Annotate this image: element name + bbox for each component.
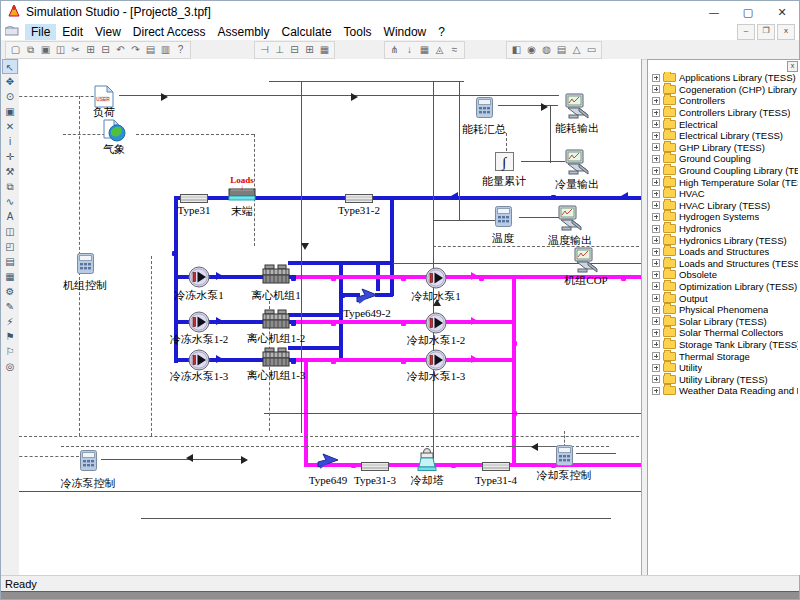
plotter-icon[interactable] — [556, 205, 584, 235]
expand-icon[interactable] — [652, 329, 660, 337]
library-tree-item[interactable]: Loads and Structures — [650, 246, 798, 258]
library-tree-item[interactable]: Physical Phenomena — [650, 304, 798, 316]
library-tree-item[interactable]: Thermal Storage — [650, 350, 798, 362]
expand-icon[interactable] — [652, 352, 660, 360]
library-tree-item[interactable]: Electrical — [650, 118, 798, 130]
expand-icon[interactable] — [652, 190, 660, 198]
target-icon[interactable]: ◉ — [524, 43, 539, 57]
expand-icon[interactable] — [652, 74, 660, 82]
close-button[interactable]: ✕ — [765, 1, 799, 23]
expand-icon[interactable] — [652, 167, 660, 175]
arrow-down-icon[interactable]: ↓ — [402, 43, 417, 57]
expand-icon[interactable] — [652, 259, 660, 267]
library-tree-item[interactable]: Storage Tank Library (TESS) — [650, 339, 798, 351]
library-tree-item[interactable]: Electrical Library (TESS) — [650, 130, 798, 142]
calculator-icon[interactable] — [476, 97, 493, 121]
expand-icon[interactable] — [652, 155, 660, 163]
integrator-icon[interactable]: ∫ — [495, 152, 514, 174]
expand-icon[interactable] — [652, 225, 660, 233]
library-tree-item[interactable]: Solar Thermal Collectors — [650, 327, 798, 339]
library-tree-item[interactable]: Solar Library (TESS) — [650, 315, 798, 327]
menu-assembly[interactable]: Assembly — [212, 24, 276, 40]
library-tree-item[interactable]: Optimization Library (TESS) — [650, 281, 798, 293]
menu-tools[interactable]: Tools — [338, 24, 378, 40]
zoom-in-icon[interactable]: ⊞ — [302, 43, 317, 57]
library-tree-item[interactable]: HVAC — [650, 188, 798, 200]
expand-icon[interactable] — [652, 375, 660, 383]
valve-icon[interactable] — [355, 287, 379, 308]
maximize-button[interactable]: ▢ — [731, 1, 765, 23]
frame-icon[interactable]: ▭ — [584, 43, 599, 57]
help-icon[interactable]: ? — [173, 43, 188, 57]
save-all-icon[interactable]: ◫ — [53, 43, 68, 57]
library-tree-item[interactable]: GHP Library (TESS) — [650, 142, 798, 154]
expand-icon[interactable] — [652, 306, 660, 314]
probe-icon[interactable]: ◬ — [432, 43, 447, 57]
menu-file[interactable]: File — [25, 24, 56, 40]
calculator-icon[interactable] — [80, 450, 97, 474]
pipe-icon[interactable] — [361, 460, 389, 474]
expand-icon[interactable] — [652, 213, 660, 221]
redo-icon[interactable]: ↷ — [128, 43, 143, 57]
flag-white-icon[interactable]: ⚐ — [2, 344, 18, 359]
fit-height-icon[interactable]: ⊥ — [272, 43, 287, 57]
library-tree-item[interactable]: Ground Coupling Library (TESS) — [650, 165, 798, 177]
library-tree-item[interactable]: Controllers — [650, 95, 798, 107]
birdseye-icon[interactable]: ◎ — [2, 359, 18, 374]
library-tree-item[interactable]: Applications Library (TESS) — [650, 72, 798, 84]
expand-icon[interactable] — [652, 294, 660, 302]
expand-icon[interactable] — [652, 201, 660, 209]
cut-icon[interactable]: ✂ — [68, 43, 83, 57]
expand-icon[interactable] — [652, 178, 660, 186]
library-tree-item[interactable]: Controllers Library (TESS) — [650, 107, 798, 119]
mdi-minimize-button[interactable]: – — [737, 24, 755, 40]
library-tree-item[interactable]: Weather Data Reading and Process — [650, 385, 798, 397]
link-icon[interactable]: ✛ — [2, 149, 18, 164]
save-icon[interactable]: ▣ — [38, 43, 53, 57]
chiller-icon[interactable] — [262, 264, 290, 287]
menu-edit[interactable]: Edit — [56, 24, 89, 40]
run-icon[interactable]: ⚡ — [2, 314, 18, 329]
select-icon[interactable]: ↖ — [2, 59, 18, 74]
menu-?[interactable]: ? — [432, 24, 451, 40]
mdi-restore-button[interactable]: ❐ — [757, 24, 775, 40]
expand-icon[interactable] — [652, 120, 660, 128]
text-icon[interactable]: A — [2, 209, 18, 224]
diagram-canvas[interactable]: USER负荷气象Type31末端Loads↓Type31-2能耗汇总能耗输出∫能… — [19, 59, 642, 577]
new-icon[interactable]: ▢ — [8, 43, 23, 57]
spline-icon[interactable]: ∿ — [2, 194, 18, 209]
library-tree-item[interactable]: Utility Library (TESS) — [650, 373, 798, 385]
library-tree-item[interactable]: High Temperature Solar (TESS) — [650, 176, 798, 188]
zoom-icon[interactable]: ⊙ — [2, 89, 18, 104]
image-icon[interactable]: ▣ — [2, 104, 18, 119]
pen-icon[interactable]: ✎ — [2, 299, 18, 314]
open-icon[interactable]: ⧉ — [23, 43, 38, 57]
expand-icon[interactable] — [652, 282, 660, 290]
tools-icon[interactable]: ⚒ — [2, 164, 18, 179]
menu-calculate[interactable]: Calculate — [276, 24, 338, 40]
cascade-icon[interactable]: ◰ — [2, 239, 18, 254]
export-icon[interactable]: △ — [569, 43, 584, 57]
paste-icon[interactable]: ⊟ — [98, 43, 113, 57]
expand-icon[interactable] — [652, 132, 660, 140]
library-tree-item[interactable]: Utility — [650, 362, 798, 374]
zoom-all-icon[interactable]: ▦ — [317, 43, 332, 57]
expand-icon[interactable] — [652, 97, 660, 105]
library-tree-item[interactable]: Hydronics — [650, 223, 798, 235]
library-tree-item[interactable]: Hydronics Library (TESS) — [650, 234, 798, 246]
expand-icon[interactable] — [652, 143, 660, 151]
expand-icon[interactable] — [652, 271, 660, 279]
duplicate-icon[interactable]: ⧉ — [2, 179, 18, 194]
undo-icon[interactable]: ↶ — [113, 43, 128, 57]
panel-close-button[interactable]: x — [787, 61, 798, 72]
expand-icon[interactable] — [652, 236, 660, 244]
menu-window[interactable]: Window — [378, 24, 433, 40]
mdi-close-button[interactable]: x — [777, 24, 795, 40]
zoom-out-icon[interactable]: ⊟ — [287, 43, 302, 57]
table-icon[interactable]: ▦ — [417, 43, 432, 57]
valve-icon[interactable] — [316, 452, 340, 473]
curve-icon[interactable]: ≈ — [447, 43, 462, 57]
cooling-tower-icon[interactable] — [416, 447, 438, 475]
library-tree-item[interactable]: Hydrogen Systems — [650, 211, 798, 223]
library-tree-item[interactable]: Ground Coupling — [650, 153, 798, 165]
